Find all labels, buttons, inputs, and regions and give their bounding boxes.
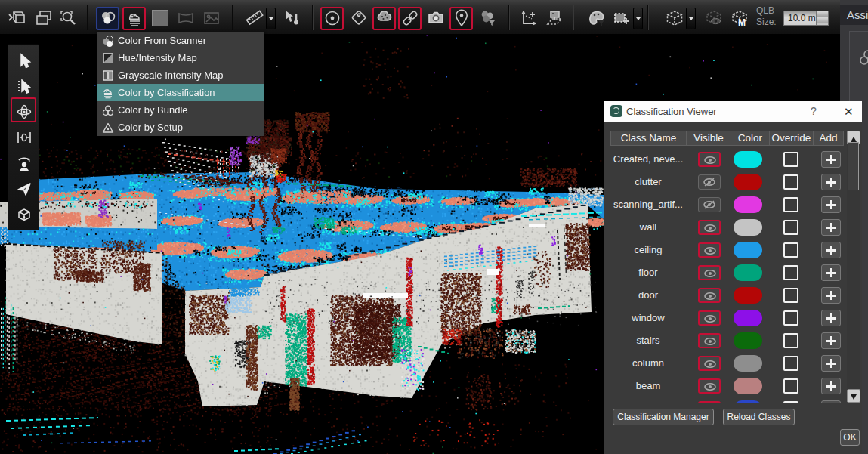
svg-text:M: M: [738, 17, 746, 28]
